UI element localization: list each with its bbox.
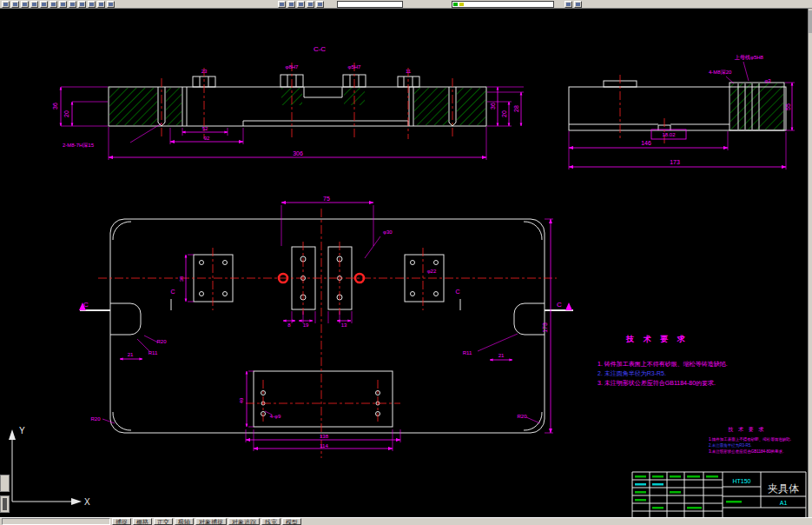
status-toggle-线宽[interactable]: 线宽: [261, 518, 281, 525]
zoom-toolbar-group: [278, 1, 324, 8]
print-preview-icon[interactable]: [40, 1, 48, 8]
dim-label: φ22: [427, 269, 437, 274]
properties-icon[interactable]: [564, 1, 572, 8]
layer-combo[interactable]: [452, 1, 554, 8]
dim-label: 19: [303, 322, 309, 328]
dim-label: C: [83, 301, 89, 309]
status-toggle-正交[interactable]: 正交: [154, 518, 173, 525]
dim-label: R20: [90, 416, 101, 422]
dim-label: 13: [341, 322, 347, 328]
status-toggle-捕捉[interactable]: 捕捉: [112, 518, 131, 525]
dim-label: 146: [641, 140, 651, 146]
scrollbar-thumb[interactable]: [809, 10, 812, 33]
dim-label: φ8H7: [286, 64, 300, 70]
dim-label: C: [455, 289, 459, 295]
docked-toolbar-button-bottom[interactable]: [0, 495, 10, 513]
status-toggle-模型[interactable]: 模型: [282, 518, 301, 525]
dim-label: φ3: [764, 78, 771, 83]
match-properties-icon[interactable]: [88, 1, 96, 8]
status-toggle-对象捕捉[interactable]: 对象捕捉: [195, 518, 227, 525]
paste-icon[interactable]: [78, 1, 86, 8]
dim-label: φ30: [383, 229, 393, 235]
dim-label: 55: [785, 103, 791, 110]
zoom-window-icon[interactable]: [297, 1, 305, 8]
print-icon[interactable]: [30, 1, 38, 8]
title-block-material: HT150: [732, 478, 750, 484]
dim-label: 173: [670, 159, 680, 165]
dim-label: 75: [323, 196, 330, 202]
dim-label: 92: [204, 136, 210, 141]
dim-label: C: [557, 301, 562, 309]
dim-label: 4-M8深20: [709, 70, 732, 75]
dim-label: 36: [52, 103, 58, 110]
tech-req-line-1: 1. 铸件加工表面上不得有砂眼、缩松等铸造缺陷.: [597, 361, 728, 368]
tech-req-small-line-1: 1.铸件加工表面上不得有砂眼、缩松等铸造缺陷.: [709, 436, 791, 442]
coords-readout: [2, 518, 110, 525]
dim-label: 114: [320, 443, 328, 449]
layer-color-chip2: [459, 3, 464, 6]
help-icon[interactable]: [574, 1, 582, 8]
dim-label: 2-M8-7H深15: [63, 143, 95, 148]
drawing-canvas[interactable]: 技 术 要 求 1. 铸件加工表面上不得有砂眼、缩松等铸造缺陷. 2. 未注圆角…: [0, 9, 808, 517]
dim-label: 173: [542, 322, 548, 333]
new-file-icon[interactable]: [2, 1, 10, 8]
status-toggle-栅格[interactable]: 栅格: [133, 518, 152, 525]
docked-toolbar-button-top[interactable]: [0, 475, 10, 492]
dim-label: 306: [293, 150, 303, 156]
vertical-scrollbar[interactable]: [808, 9, 812, 525]
dim-label: C: [170, 289, 175, 295]
ucs-y-arrow: [9, 429, 16, 440]
standard-toolbar-group: [2, 1, 115, 8]
dim-label: R11: [149, 350, 158, 356]
text-style-combo[interactable]: [337, 1, 403, 8]
dim-label: R20: [156, 339, 167, 344]
cut-icon[interactable]: [59, 1, 67, 8]
tech-req-small-line-2: 2.未注圆角半径为R3-R5.: [709, 443, 752, 449]
zoom-realtime-icon[interactable]: [287, 1, 295, 8]
section-view-cc: [61, 63, 524, 160]
dim-label: 上母线φ5H8: [734, 54, 764, 61]
dim-label: 52: [202, 126, 208, 131]
dim-label: 36: [490, 103, 496, 110]
title-block: HT150 夹具体 A1: [632, 472, 806, 517]
dim-label: φ5H7: [348, 64, 362, 70]
title-block-sheet: A1: [780, 500, 788, 506]
dim-label: 20: [501, 110, 507, 117]
dim-label: 4-φ9: [270, 414, 281, 419]
ucs-icon: Y X: [9, 426, 90, 507]
spell-check-icon[interactable]: [50, 1, 57, 8]
properties-toolbar-group: [564, 1, 582, 8]
redo-icon[interactable]: [107, 1, 115, 8]
dim-label: 11: [406, 69, 412, 74]
ucs-x-label: X: [84, 497, 90, 507]
dim-label: 8: [287, 322, 291, 328]
dim-label: R20: [517, 414, 527, 419]
ucs-y-label: Y: [19, 426, 25, 435]
plan-view: [79, 203, 573, 458]
dim-label: 20: [63, 110, 69, 117]
zoom-extents-icon[interactable]: [316, 1, 324, 8]
dim-label: 18.02: [662, 132, 676, 137]
layer-color-chip: [453, 3, 458, 6]
tech-req-title: 技 术 要 求: [625, 335, 689, 343]
pan-icon[interactable]: [278, 1, 286, 8]
title-block-part-name: 夹具体: [768, 482, 799, 495]
tech-req-small-title: 技 术 要 求: [727, 427, 765, 433]
dim-label: C-C: [314, 45, 326, 53]
undo-icon[interactable]: [97, 1, 105, 8]
tech-req-line-3: 3. 未注明形状公差应符合GB1184-80的要求.: [597, 379, 716, 387]
dim-label: R11: [463, 350, 472, 356]
technical-requirements: 技 术 要 求 1. 铸件加工表面上不得有砂眼、缩松等铸造缺陷. 2. 未注圆角…: [597, 335, 728, 387]
tech-req-line-2: 2. 未注圆角半径为R3-R5.: [597, 369, 666, 377]
status-bar: 捕捉栅格正交极轴对象捕捉对象追踪线宽模型: [0, 517, 812, 525]
technical-requirements-small: 技 术 要 求 1.铸件加工表面上不得有砂眼、缩松等铸造缺陷. 2.未注圆角半径…: [709, 427, 791, 454]
save-icon[interactable]: [21, 1, 29, 8]
dim-label: 138: [320, 434, 329, 439]
status-toggle-对象追踪[interactable]: 对象追踪: [228, 518, 260, 525]
open-file-icon[interactable]: [11, 1, 19, 8]
tech-req-small-line-3: 3.未注明形状公差应符合GB1184-80的要求.: [709, 449, 783, 454]
status-toggle-极轴[interactable]: 极轴: [175, 518, 194, 525]
title-block-text-rows: [635, 475, 742, 509]
copy-icon[interactable]: [69, 1, 76, 8]
zoom-previous-icon[interactable]: [307, 1, 314, 8]
